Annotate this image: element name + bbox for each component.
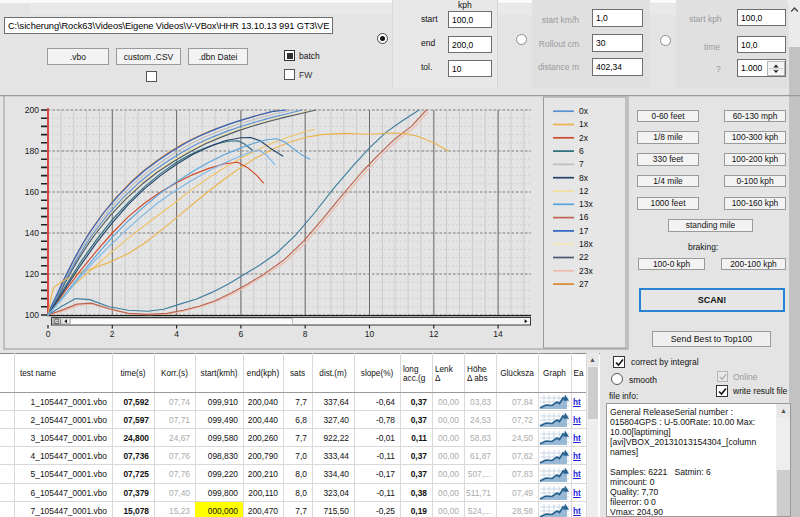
svg-text:100: 100 — [25, 310, 39, 320]
svg-text:2x: 2x — [579, 133, 589, 143]
svg-text:23x: 23x — [579, 266, 593, 276]
svg-text:1x: 1x — [579, 119, 589, 129]
svg-text:2: 2 — [110, 329, 115, 339]
svg-text:8x: 8x — [579, 173, 589, 183]
svg-text:18x: 18x — [579, 239, 593, 249]
svg-text:13x: 13x — [579, 199, 593, 209]
svg-text:12: 12 — [429, 329, 439, 339]
svg-text:17: 17 — [579, 226, 589, 236]
svg-text:4: 4 — [174, 329, 179, 339]
svg-text:160: 160 — [25, 187, 39, 197]
svg-text:0: 0 — [46, 329, 51, 339]
svg-text:0x: 0x — [579, 106, 589, 116]
svg-text:180: 180 — [25, 146, 39, 156]
svg-text:7: 7 — [579, 159, 584, 169]
svg-text:6: 6 — [239, 329, 244, 339]
svg-text:6: 6 — [579, 146, 584, 156]
svg-text:10: 10 — [365, 329, 375, 339]
svg-text:16: 16 — [579, 212, 589, 222]
svg-text:27: 27 — [579, 279, 589, 289]
svg-text:140: 140 — [25, 228, 39, 238]
svg-text:120: 120 — [25, 269, 39, 279]
svg-text:22: 22 — [579, 252, 589, 262]
svg-text:14: 14 — [493, 329, 503, 339]
svg-text:12: 12 — [579, 186, 589, 196]
svg-text:200: 200 — [25, 105, 39, 115]
svg-text:8: 8 — [303, 329, 308, 339]
